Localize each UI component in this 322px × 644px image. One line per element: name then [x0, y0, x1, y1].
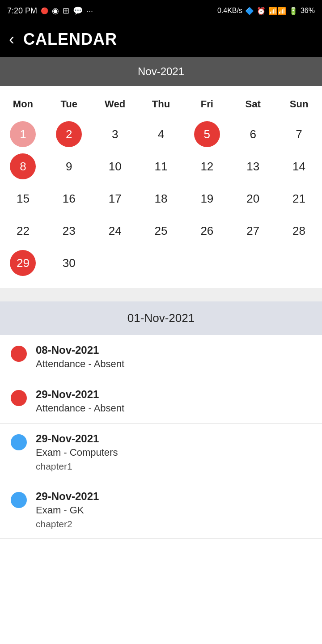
cal-cell-3-5[interactable]: 27 — [230, 215, 276, 247]
event-title-3: Exam - GK — [36, 504, 99, 516]
cal-cell-0-3[interactable]: 4 — [138, 118, 184, 150]
cal-cell-0-6[interactable]: 7 — [276, 118, 322, 150]
signal-icons: 📶📶 — [268, 7, 286, 15]
cal-cell-3-3[interactable]: 25 — [138, 215, 184, 247]
event-item-0[interactable]: 08-Nov-2021Attendance - Absent — [0, 335, 322, 379]
cal-cell-0-1[interactable]: 2 — [46, 118, 92, 150]
grid-icon: ⊞ — [63, 6, 69, 16]
event-title-1: Attendance - Absent — [36, 402, 124, 414]
event-dot-2 — [11, 434, 27, 450]
cal-cell-4-1[interactable]: 30 — [46, 247, 92, 279]
battery-icon: 🔋 — [289, 7, 298, 15]
events-header: 01-Nov-2021 — [0, 301, 322, 335]
battery-level: 36% — [301, 7, 315, 15]
day-tue: Tue — [46, 95, 92, 114]
cal-cell-4-6 — [276, 247, 322, 279]
status-left: 7:20 PM 🔴 ◉ ⊞ 💬 ··· — [7, 6, 93, 16]
status-right: 0.4KB/s 🔷 ⏰ 📶📶 🔋 36% — [217, 7, 315, 15]
page-title: CALENDAR — [23, 30, 117, 49]
cal-cell-3-4[interactable]: 26 — [184, 215, 230, 247]
bluetooth-icon: 🔷 — [245, 7, 254, 15]
app-header: ‹ CALENDAR — [0, 21, 322, 57]
day-thu: Thu — [138, 95, 184, 114]
event-date-3: 29-Nov-2021 — [36, 490, 99, 503]
cal-cell-4-2 — [92, 247, 138, 279]
cal-cell-3-0[interactable]: 22 — [0, 215, 46, 247]
cal-cell-1-0[interactable]: 8 — [0, 150, 46, 182]
events-list: 08-Nov-2021Attendance - Absent29-Nov-202… — [0, 335, 322, 539]
dots-icon: ··· — [86, 6, 93, 16]
event-item-1[interactable]: 29-Nov-2021Attendance - Absent — [0, 379, 322, 424]
cal-cell-1-2[interactable]: 10 — [92, 150, 138, 182]
event-title-0: Attendance - Absent — [36, 358, 124, 370]
cal-cell-4-3 — [138, 247, 184, 279]
cal-cell-0-5[interactable]: 6 — [230, 118, 276, 150]
status-time: 7:20 PM — [7, 6, 37, 16]
cal-cell-0-2[interactable]: 3 — [92, 118, 138, 150]
jio-icon: 🔴 — [41, 7, 48, 14]
cal-cell-0-4[interactable]: 5 — [184, 118, 230, 150]
calendar-grid-container: Mon Tue Wed Thu Fri Sat Sun 123456789101… — [0, 86, 322, 288]
event-subtitle-2: chapter1 — [36, 461, 118, 472]
event-date-1: 29-Nov-2021 — [36, 388, 124, 401]
cal-cell-1-5[interactable]: 13 — [230, 150, 276, 182]
cal-cell-0-0[interactable]: 1 — [0, 118, 46, 150]
event-dot-3 — [11, 492, 27, 508]
cal-cell-4-5 — [230, 247, 276, 279]
cal-cell-4-4 — [184, 247, 230, 279]
cal-cell-3-1[interactable]: 23 — [46, 215, 92, 247]
section-divider — [0, 288, 322, 301]
day-sun: Sun — [276, 95, 322, 114]
event-dot-1 — [11, 390, 27, 406]
cal-cell-2-2[interactable]: 17 — [92, 182, 138, 215]
status-bar: 7:20 PM 🔴 ◉ ⊞ 💬 ··· 0.4KB/s 🔷 ⏰ 📶📶 🔋 36% — [0, 0, 322, 21]
month-header[interactable]: Nov-2021 — [0, 57, 322, 86]
calendar-grid: 1234567891011121314151617181920212223242… — [0, 118, 322, 279]
cal-cell-1-3[interactable]: 11 — [138, 150, 184, 182]
event-title-2: Exam - Computers — [36, 447, 118, 458]
wifi-icon: ◉ — [52, 6, 59, 16]
network-speed: 0.4KB/s — [217, 7, 242, 15]
chat-icon: 💬 — [73, 6, 83, 16]
cal-cell-1-4[interactable]: 12 — [184, 150, 230, 182]
cal-cell-1-6[interactable]: 14 — [276, 150, 322, 182]
cal-cell-2-3[interactable]: 18 — [138, 182, 184, 215]
day-wed: Wed — [92, 95, 138, 114]
cal-cell-2-4[interactable]: 19 — [184, 182, 230, 215]
cal-cell-2-0[interactable]: 15 — [0, 182, 46, 215]
day-mon: Mon — [0, 95, 46, 114]
cal-cell-2-1[interactable]: 16 — [46, 182, 92, 215]
event-item-2[interactable]: 29-Nov-2021Exam - Computerschapter1 — [0, 424, 322, 481]
cal-cell-2-6[interactable]: 21 — [276, 182, 322, 215]
alarm-icon: ⏰ — [257, 7, 266, 15]
event-date-0: 08-Nov-2021 — [36, 344, 124, 356]
day-sat: Sat — [230, 95, 276, 114]
cal-cell-3-6[interactable]: 28 — [276, 215, 322, 247]
event-item-3[interactable]: 29-Nov-2021Exam - GKchapter2 — [0, 481, 322, 539]
cal-cell-2-5[interactable]: 20 — [230, 182, 276, 215]
day-fri: Fri — [184, 95, 230, 114]
day-headers-row: Mon Tue Wed Thu Fri Sat Sun — [0, 90, 322, 118]
back-button[interactable]: ‹ — [9, 31, 14, 47]
event-date-2: 29-Nov-2021 — [36, 432, 118, 445]
cal-cell-1-1[interactable]: 9 — [46, 150, 92, 182]
event-dot-0 — [11, 346, 27, 362]
cal-cell-3-2[interactable]: 24 — [92, 215, 138, 247]
cal-cell-4-0[interactable]: 29 — [0, 247, 46, 279]
event-subtitle-3: chapter2 — [36, 519, 99, 530]
